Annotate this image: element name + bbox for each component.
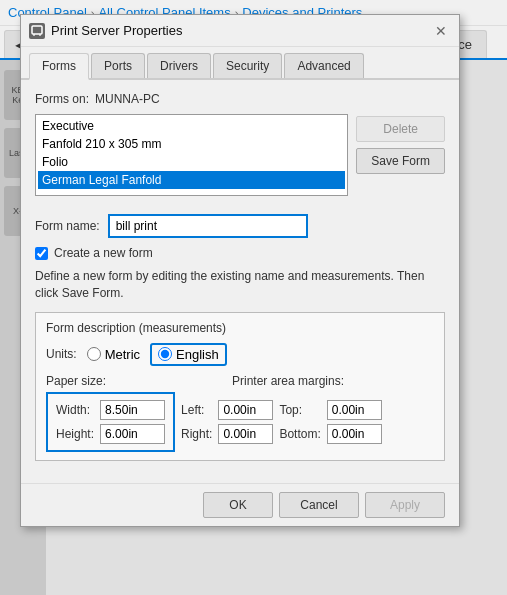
height-input[interactable] <box>100 424 165 444</box>
dialog-icon <box>29 23 45 39</box>
forms-listbox[interactable]: Executive Fanfold 210 x 305 mm Folio Ger… <box>35 114 348 196</box>
form-desc-box: Form description (measurements) Units: M… <box>35 312 445 461</box>
english-label: English <box>176 347 219 362</box>
printer-area-label: Printer area margins: <box>232 374 344 388</box>
cancel-button[interactable]: Cancel <box>279 492 359 518</box>
tab-ports[interactable]: Ports <box>91 53 145 78</box>
list-item[interactable]: Executive <box>38 117 345 135</box>
close-button[interactable]: ✕ <box>431 21 451 41</box>
form-desc-title: Form description (measurements) <box>46 321 434 335</box>
units-row: Units: Metric English <box>46 343 434 366</box>
dialog-footer: OK Cancel Apply <box>21 483 459 526</box>
top-input[interactable] <box>327 400 382 420</box>
radio-group-units: Metric English <box>87 343 227 366</box>
list-item[interactable]: Folio <box>38 153 345 171</box>
dialog-title: Print Server Properties <box>51 23 425 38</box>
right-label: Right: <box>181 427 212 441</box>
list-item-selected[interactable]: German Legal Fanfold <box>38 171 345 189</box>
list-item[interactable]: Fanfold 210 x 305 mm <box>38 135 345 153</box>
units-label: Units: <box>46 347 77 361</box>
create-new-checkbox-row: Create a new form <box>35 246 445 260</box>
bottom-input[interactable] <box>327 424 382 444</box>
define-text: Define a new form by editing the existin… <box>35 268 445 302</box>
forms-on-label: Forms on: <box>35 92 89 106</box>
ok-button[interactable]: OK <box>203 492 273 518</box>
metric-option[interactable]: Metric <box>87 347 140 362</box>
dialog-content: Forms on: MUNNA-PC Executive Fanfold 210… <box>21 80 459 483</box>
delete-button[interactable]: Delete <box>356 116 445 142</box>
height-label: Height: <box>56 427 94 441</box>
dialog-titlebar: Print Server Properties ✕ <box>21 15 459 47</box>
left-label: Left: <box>181 403 212 417</box>
forms-on-row: Forms on: MUNNA-PC <box>35 92 445 106</box>
print-server-dialog: Print Server Properties ✕ Forms Ports Dr… <box>20 14 460 527</box>
metric-radio[interactable] <box>87 347 101 361</box>
dialog-tabs: Forms Ports Drivers Security Advanced <box>21 47 459 80</box>
left-input[interactable] <box>218 400 273 420</box>
create-new-checkbox[interactable] <box>35 247 48 260</box>
apply-button[interactable]: Apply <box>365 492 445 518</box>
tab-advanced[interactable]: Advanced <box>284 53 363 78</box>
width-label: Width: <box>56 403 94 417</box>
save-form-button[interactable]: Save Form <box>356 148 445 174</box>
forms-on-value: MUNNA-PC <box>95 92 160 106</box>
form-name-label: Form name: <box>35 219 100 233</box>
english-option[interactable]: English <box>150 343 227 366</box>
tab-forms[interactable]: Forms <box>29 53 89 80</box>
tab-security[interactable]: Security <box>213 53 282 78</box>
paper-size-label: Paper size: <box>46 374 116 388</box>
top-label: Top: <box>279 403 320 417</box>
metric-label: Metric <box>105 347 140 362</box>
tab-drivers[interactable]: Drivers <box>147 53 211 78</box>
form-name-input[interactable] <box>108 214 308 238</box>
right-input[interactable] <box>218 424 273 444</box>
width-input[interactable] <box>100 400 165 420</box>
form-name-row: Form name: <box>35 214 445 238</box>
bottom-label: Bottom: <box>279 427 320 441</box>
english-radio[interactable] <box>158 347 172 361</box>
create-new-label[interactable]: Create a new form <box>54 246 153 260</box>
svg-rect-0 <box>32 26 42 34</box>
